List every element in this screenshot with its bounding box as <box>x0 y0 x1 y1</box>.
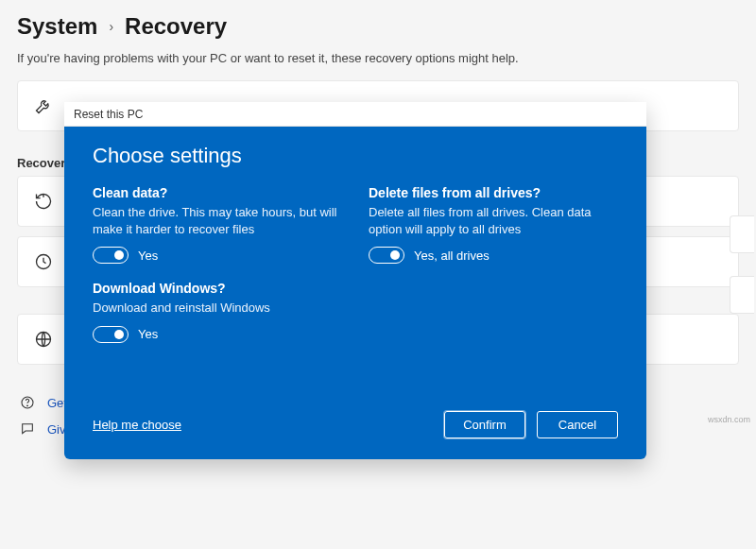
help-icon <box>19 395 36 410</box>
option-clean-title: Clean data? <box>93 185 342 200</box>
page-subtitle: If you're having problems with your PC o… <box>0 47 756 80</box>
breadcrumb: System › Recovery <box>17 13 739 40</box>
clean-data-state: Yes <box>138 249 158 263</box>
globe-icon <box>33 329 54 350</box>
option-alldrives-desc: Delete all files from all drives. Clean … <box>369 204 618 237</box>
option-alldrives-title: Delete files from all drives? <box>369 185 618 200</box>
option-download-windows: Download Windows? Download and reinstall… <box>93 281 342 343</box>
option-all-drives: Delete files from all drives? Delete all… <box>369 185 618 264</box>
help-me-choose-link[interactable]: Help me choose <box>93 418 181 432</box>
breadcrumb-parent[interactable]: System <box>17 13 97 40</box>
download-windows-state: Yes <box>138 327 158 341</box>
obscured-button-2[interactable] <box>730 276 754 314</box>
reset-pc-dialog: Reset this PC Choose settings Clean data… <box>64 102 646 459</box>
watermark-text: wsxdn.com <box>708 415 750 424</box>
breadcrumb-current: Recovery <box>125 13 227 40</box>
option-clean-desc: Clean the drive. This may take hours, bu… <box>93 204 342 237</box>
confirm-button[interactable]: Confirm <box>444 411 525 438</box>
all-drives-toggle[interactable] <box>369 247 404 264</box>
dialog-heading: Choose settings <box>93 144 618 168</box>
all-drives-state: Yes, all drives <box>414 249 490 263</box>
obscured-button-1[interactable] <box>730 215 754 253</box>
option-download-title: Download Windows? <box>93 281 342 296</box>
option-clean-data: Clean data? Clean the drive. This may ta… <box>93 185 342 264</box>
clean-data-toggle[interactable] <box>93 247 129 264</box>
history-icon <box>33 251 54 272</box>
chevron-right-icon: › <box>109 19 113 34</box>
svg-point-3 <box>27 405 28 406</box>
dialog-titlebar: Reset this PC <box>64 102 646 127</box>
wrench-icon <box>33 95 54 116</box>
cancel-button[interactable]: Cancel <box>537 411 618 438</box>
feedback-icon <box>19 421 36 437</box>
option-download-desc: Download and reinstall Windows <box>93 300 342 317</box>
restore-icon <box>33 191 54 212</box>
download-windows-toggle[interactable] <box>93 326 129 343</box>
